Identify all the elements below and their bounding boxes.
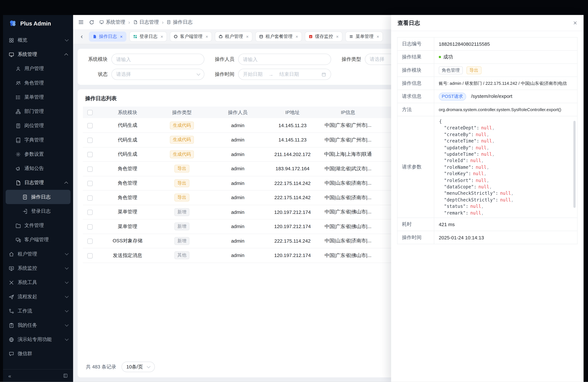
label-log-id: 日志编号 [397,37,434,50]
code-line: createTimenull [439,138,576,145]
code-key: updateBy [444,145,474,150]
chevron-down-icon [65,38,68,41]
row-checkbox[interactable] [87,166,93,171]
close-icon[interactable]: × [206,34,208,39]
close-icon[interactable]: × [161,34,163,39]
sidebar-item-system-monitor[interactable]: 系统监控 [3,261,73,275]
tab-box-icon [259,35,263,39]
sidebar-item-process-start[interactable]: 流程发起 [3,290,73,304]
sidebar-item-login-log[interactable]: 登录日志 [3,204,73,218]
code-line: createBynull [439,131,576,138]
sidebar-item-wechat-group[interactable]: 微信群 [3,347,73,361]
row-checkbox[interactable] [87,195,93,200]
app-title: Plus Admin [20,20,51,26]
tab-cache-monitor[interactable]: 缓存监控 × [305,32,342,42]
refresh-icon[interactable] [89,19,94,25]
label-duration: 耗时 [397,218,434,231]
code-scrollbar[interactable] [573,121,576,208]
column-ip-info: IP信息 [315,106,380,118]
label-time: 操作时间 [397,231,434,244]
sidebar-item-workflow[interactable]: 工作流 [3,304,73,318]
filter-daterange-input[interactable]: 开始日期 → 结束日期 [238,69,331,80]
filter-status-select[interactable]: 请选择 [111,69,204,80]
tab-client-mgmt[interactable]: 客户端管理 × [170,32,212,42]
sidebar-item-param-settings[interactable]: 参数设置 [3,147,73,161]
globe-icon [9,337,14,342]
row-checkbox[interactable] [87,224,93,229]
row-checkbox[interactable] [87,210,93,215]
page-size-select[interactable]: 10条/页 [122,361,155,372]
sidebar-item-post-mgmt[interactable]: 岗位管理 [3,119,73,133]
send-icon [9,294,14,299]
sidebar-item-operation-log[interactable]: 操作日志 [5,190,70,204]
sidebar-item-system-tools[interactable]: 系统工具 [3,275,73,290]
row-checkbox[interactable] [87,238,93,244]
sidebar-item-tenant-mgmt[interactable]: 租户管理 [3,247,73,261]
sidebar-item-dict-mgmt[interactable]: 字典管理 [3,133,73,147]
close-icon[interactable]: × [120,34,123,39]
sidebar-item-system-mgmt[interactable]: 系统管理 [3,47,73,62]
code-key: updateTime [444,152,479,157]
sidebar: Plus Admin 概览 系统管理 用户管理 角色管理 菜单管理 [3,15,73,382]
code-key: createTime [444,139,479,144]
sidebar-item-role-mgmt[interactable]: 角色管理 [3,76,73,90]
operation-tag: 导出 [466,66,481,74]
close-icon[interactable]: × [246,34,249,39]
breadcrumb-system-mgmt[interactable]: 系统管理 [99,19,125,25]
filter-operator-input[interactable] [238,54,331,65]
tab-briefcase-icon [219,35,223,39]
hamburger-icon[interactable] [78,19,84,25]
code-line: roleKeynull [439,171,576,177]
sidebar-item-client-mgmt[interactable]: 客户端管理 [3,233,73,247]
breadcrumb-operation-log[interactable]: 操作日志 [167,19,192,25]
select-all-checkbox[interactable] [87,110,93,115]
row-checkbox[interactable] [87,138,93,143]
close-icon[interactable]: × [295,34,298,39]
code-line: deptCheckStrictlynull [439,197,576,203]
tab-operation-log[interactable]: 操作日志 × [89,32,126,42]
sidebar-item-dept-mgmt[interactable]: 部门管理 [3,104,73,118]
chevron-down-icon [65,337,68,340]
close-icon[interactable]: × [377,34,379,39]
tab-redis-icon [309,35,313,39]
code-null: null [478,184,489,189]
tab-login-log[interactable]: 登录日志 × [129,32,167,42]
user-icon [15,66,21,71]
document-icon [133,20,138,24]
chevron-down-icon [65,308,68,312]
book-icon [15,137,21,143]
sidebar-menu: 概览 系统管理 用户管理 角色管理 菜单管理 部门管理 [3,32,73,369]
sidebar-item-user-mgmt[interactable]: 用户管理 [3,62,73,76]
code-line: { [439,119,576,125]
filter-module-input[interactable] [111,54,204,65]
collapse-sidebar-icon[interactable]: « [8,373,11,379]
sidebar-item-file-mgmt[interactable]: 文件管理 [3,218,73,233]
sidebar-item-notice[interactable]: 通知公告 [3,161,73,175]
tab-menu-mgmt[interactable]: 菜单管理 × [345,32,383,42]
tab-tenant-mgmt[interactable]: 租户管理 × [215,32,252,42]
sidebar-item-my-tasks[interactable]: 我的任务 [3,318,73,332]
monitor-pulse-icon [9,265,14,271]
document-icon [15,180,21,186]
tabs-scroll-left-icon[interactable]: ‹ [78,32,86,42]
row-checkbox[interactable] [87,152,93,157]
sidebar-item-menu-mgmt[interactable]: 菜单管理 [3,90,73,104]
breadcrumb-log-mgmt[interactable]: 日志管理 [133,19,159,25]
pin-layout-icon[interactable] [63,373,68,378]
code-null: null [481,139,492,144]
sidebar-item-demo-features[interactable]: 演示站专用功能 [3,332,73,347]
row-checkbox[interactable] [87,181,93,186]
row-checkbox[interactable] [87,253,93,258]
tab-tenant-package-mgmt[interactable]: 租户套餐管理 × [255,32,302,42]
row-checkbox[interactable] [87,123,93,128]
close-icon[interactable]: × [573,20,577,26]
chevron-down-icon [65,323,68,326]
sidebar-item-log-mgmt[interactable]: 日志管理 [3,175,73,190]
devices-icon [15,237,21,242]
code-null: null [500,197,511,202]
code-key: dataScope [444,184,476,189]
close-icon[interactable]: × [336,34,338,39]
label-request: 请求信息 [397,90,434,103]
sidebar-item-overview[interactable]: 概览 [3,33,73,47]
value-info: 账号: admin / 研发部门 / 222.175.114.242 / 中国|… [434,77,577,90]
